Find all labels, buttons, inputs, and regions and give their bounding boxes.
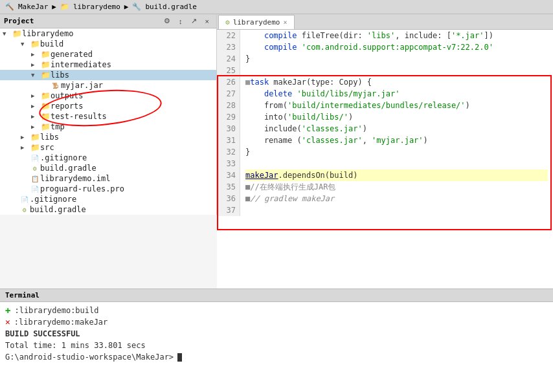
sidebar-header: Project ⚙ ↕ ↗ × <box>0 14 216 28</box>
gradle-icon: ⚙ <box>30 164 40 173</box>
folder-icon: 📁 <box>60 3 69 11</box>
tree-item-myjar[interactable]: ▶ 🗜 myjar.jar <box>0 80 216 91</box>
code-line-37 <box>245 204 548 216</box>
tree-item-iml[interactable]: ▶ 📋 librarydemo.iml <box>0 173 216 184</box>
terminal-line-2: ✕ :librarydemo:makeJar <box>5 316 548 328</box>
folder-icon-intermediates: 📁 <box>40 60 51 69</box>
terminal-content[interactable]: + :librarydemo:build ✕ :librarydemo:make… <box>0 302 553 392</box>
tree-item-outputs[interactable]: ▶ 📁 outputs <box>0 91 216 101</box>
term-text-1: :librarydemo:build <box>14 305 98 316</box>
editor-area: ⚙ librarydemo × 22232425 26272829 303132… <box>217 14 553 289</box>
terminal: Terminal + :librarydemo:build ✕ :library… <box>0 289 553 392</box>
arrow-src: ▶ <box>21 144 30 151</box>
tree-item-libs-build[interactable]: ▼ 📁 libs <box>0 70 216 80</box>
code-line-29: into('build/libs/') <box>245 111 548 123</box>
terminal-header: Terminal <box>0 289 553 302</box>
project-sidebar: Project ⚙ ↕ ↗ × ▼ 📁 librarydemo <box>0 14 217 215</box>
app-name: MakeJar <box>18 3 48 11</box>
line-numbers: 22232425 26272829 30313233 34353637 <box>217 30 240 216</box>
tree-item-tmp[interactable]: ▶ 📁 tmp <box>0 122 216 132</box>
arrow-reports: ▶ <box>31 103 40 109</box>
tree-label-outputs: outputs <box>51 91 84 100</box>
code-line-28: from('build/intermediates/bundles/releas… <box>245 100 548 111</box>
code-line-33 <box>245 158 548 169</box>
tab-icon: ⚙ <box>225 18 230 27</box>
tree-label-gitignore-inner: .gitignore <box>40 153 87 162</box>
folder-icon-libs-root: 📁 <box>30 133 40 142</box>
sidebar-expand-btn[interactable]: ↗ <box>188 15 200 27</box>
folder-icon-build: 📁 <box>30 39 40 49</box>
arrow-root: ▼ <box>3 30 12 37</box>
sidebar-close-btn[interactable]: × <box>202 15 212 27</box>
sidebar-settings-btn[interactable]: ⚙ <box>161 15 174 27</box>
tree-item-build-gradle[interactable]: ▶ ⚙ build.gradle <box>0 163 216 173</box>
folder-icon-reports: 📁 <box>40 102 51 111</box>
tree-label-reports: reports <box>51 102 84 111</box>
tree-item-intermediates[interactable]: ▶ 📁 intermediates <box>0 60 216 70</box>
code-line-30: include('classes.jar') <box>245 123 548 135</box>
code-line-27: delete 'build/libs/myjar.jar' <box>245 88 548 100</box>
arrow-test-results: ▶ <box>31 113 40 120</box>
terminal-line-4: BUILD SUCCESSFUL <box>5 328 548 340</box>
gitignore-icon-root: 📄 <box>19 195 30 204</box>
tree-item-proguard[interactable]: ▶ 📄 proguard-rules.pro <box>0 184 216 194</box>
terminal-title: Terminal <box>5 291 40 299</box>
code-line-31: rename ('classes.jar', 'myjar.jar') <box>245 135 548 146</box>
tree-item-libs-root[interactable]: ▶ 📁 libs <box>0 132 216 142</box>
code-line-32: } <box>245 146 548 158</box>
tree-item-root[interactable]: ▼ 📁 librarydemo <box>0 28 216 39</box>
tree-item-test-results[interactable]: ▶ 📁 test-results <box>0 111 216 122</box>
tree-label-build-gradle: build.gradle <box>40 164 96 173</box>
tree-label-libs-root: libs <box>40 133 59 142</box>
code-line-35: ■//在终端执行生成JAR包 <box>245 181 548 193</box>
iml-icon: 📋 <box>30 174 40 183</box>
app-icon: 🔨 <box>5 3 14 11</box>
pro-icon: 📄 <box>30 184 40 193</box>
file-icon-top: 🔧 <box>132 3 141 11</box>
tree-label-root: librarydemo <box>22 29 73 38</box>
tree-item-build[interactable]: ▼ 📁 build <box>0 39 216 49</box>
folder-icon-libs-build: 📁 <box>40 71 51 80</box>
code-line-23: compile 'com.android.support:appcompat-v… <box>245 41 548 53</box>
tab-close-btn[interactable]: × <box>283 19 287 26</box>
tab-bar: ⚙ librarydemo × <box>217 14 553 30</box>
gitignore-icon-inner: 📄 <box>30 153 40 162</box>
code-line-34: makeJar.dependsOn(build) <box>245 169 548 181</box>
tree-item-gitignore-root[interactable]: ▶ 📄 .gitignore <box>0 194 216 204</box>
term-text-6: Total time: 1 mins 33.801 secs <box>5 340 146 351</box>
folder-icon-test-results: 📁 <box>40 112 51 121</box>
plus-icon-1: + <box>5 305 10 316</box>
project-name: librarydemo <box>73 3 120 11</box>
tab-label: librarydemo <box>233 18 280 27</box>
code-line-22: compile fileTree(dir: 'libs', include: [… <box>245 30 548 41</box>
file-name: build.gradle <box>145 3 196 11</box>
tree-label-myjar: myjar.jar <box>61 81 103 90</box>
x-icon-1: ✕ <box>5 316 10 328</box>
sidebar-collapse-btn[interactable]: ↕ <box>175 15 186 27</box>
code-line-25 <box>245 65 548 76</box>
terminal-line-6: Total time: 1 mins 33.801 secs <box>5 340 548 351</box>
term-text-2: :librarydemo:makeJar <box>14 316 108 328</box>
folder-icon-src: 📁 <box>30 143 40 152</box>
sep2: ▶ <box>124 3 129 11</box>
tree-item-src[interactable]: ▶ 📁 src <box>0 142 216 153</box>
sep1: ▶ <box>52 3 56 11</box>
editor-tab[interactable]: ⚙ librarydemo × <box>218 15 295 29</box>
tree-item-generated[interactable]: ▶ 📁 generated <box>0 49 216 60</box>
tree-label-intermediates: intermediates <box>51 60 111 69</box>
tree-item-build-gradle-root[interactable]: ▶ ⚙ build.gradle <box>0 204 216 215</box>
tree-item-gitignore-inner[interactable]: ▶ 📄 .gitignore <box>0 153 216 163</box>
tree-item-reports[interactable]: ▶ 📁 reports <box>0 101 216 111</box>
arrow-generated: ▶ <box>31 51 40 58</box>
code-lines: compile fileTree(dir: 'libs', include: [… <box>240 30 553 216</box>
folder-icon-tmp: 📁 <box>40 122 51 131</box>
arrow-libs-root: ▶ <box>21 134 30 140</box>
sidebar-title: Project <box>4 17 34 25</box>
folder-icon-generated: 📁 <box>40 50 51 59</box>
term-text-4: BUILD SUCCESSFUL <box>5 328 80 340</box>
code-line-26: ■task makeJar(type: Copy) { <box>245 76 548 88</box>
gradle-icon-root: ⚙ <box>19 205 30 214</box>
tree-label-test-results: test-results <box>51 112 107 121</box>
tree-label-tmp: tmp <box>51 122 65 131</box>
tree-label-gitignore-root: .gitignore <box>30 195 76 204</box>
